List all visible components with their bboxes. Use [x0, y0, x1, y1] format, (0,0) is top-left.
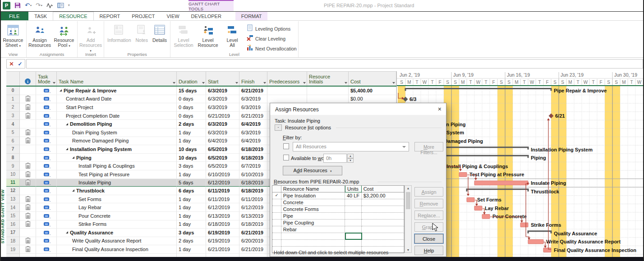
cell-name[interactable]: Set Forms	[57, 195, 177, 204]
check-cell[interactable]	[272, 220, 281, 226]
cost-cell[interactable]	[362, 226, 404, 233]
resource-name-cell[interactable]: Rebar	[281, 226, 345, 233]
tab-format[interactable]: FORMAT	[235, 12, 268, 20]
cost-cell[interactable]	[362, 206, 404, 213]
cell-mode[interactable]	[36, 212, 57, 220]
tab-task[interactable]: TASK	[28, 12, 53, 20]
cell-num[interactable]: 7	[6, 145, 20, 154]
close-button[interactable]: Close	[414, 234, 443, 243]
cell-finish[interactable]: 6/11/2019	[239, 195, 267, 204]
cell-duration[interactable]: 1 day	[177, 212, 206, 220]
app-logo-icon[interactable]: P	[3, 2, 10, 9]
cell-info[interactable]	[20, 245, 36, 254]
available-to-work-stepper[interactable]: ▲ ▼	[347, 154, 354, 163]
cell-duration[interactable]: 1 day	[177, 170, 206, 179]
cell-pred[interactable]	[267, 87, 307, 95]
resource-name-cell[interactable]: Concrete Forms	[281, 206, 345, 213]
save-icon[interactable]	[14, 2, 21, 9]
filter-checkbox[interactable]	[283, 143, 289, 149]
entry-bar-input[interactable]	[26, 59, 643, 69]
resource-name-cell[interactable]: Pipe Coupling	[281, 220, 345, 226]
cell-duration[interactable]: 0 days	[177, 112, 206, 120]
cell-mode[interactable]	[36, 128, 57, 137]
cell-name[interactable]: Thrustblock	[57, 187, 177, 195]
cell-name[interactable]: Quality Assurance	[57, 229, 177, 237]
cell-duration[interactable]: 10 days	[177, 145, 206, 154]
cell-start[interactable]: 6/10/2019	[206, 170, 239, 179]
units-cell[interactable]	[345, 213, 362, 220]
help-button[interactable]: Help	[414, 246, 443, 255]
cell-duration[interactable]: 2 days	[177, 237, 206, 246]
cell-name[interactable]: Piping	[57, 154, 177, 162]
leveling-options-button[interactable]: Leveling Options	[247, 24, 297, 33]
cell-finish[interactable]: 6/4/2019	[239, 137, 267, 146]
cell-mode[interactable]	[36, 137, 57, 146]
column-header-start[interactable]: Start	[206, 71, 239, 86]
cell-info[interactable]	[20, 112, 36, 120]
cell-num[interactable]: 12	[6, 187, 20, 195]
cell-duration[interactable]: 3 days	[177, 162, 206, 170]
cell-name[interactable]: Pour Concrete	[57, 212, 177, 220]
cell-num[interactable]: 16	[6, 220, 20, 229]
cell-info[interactable]	[20, 179, 36, 187]
cell-pred[interactable]	[267, 95, 307, 104]
tab-file[interactable]: FILE	[0, 12, 28, 20]
cell-start[interactable]: 6/19/2019	[206, 237, 239, 246]
column-header-pred[interactable]: Predecessors	[267, 71, 307, 86]
cell-duration[interactable]: 1 day	[177, 245, 206, 254]
cell-info[interactable]	[20, 195, 36, 204]
cell-num[interactable]: 17	[6, 229, 20, 237]
units-cell[interactable]	[345, 220, 362, 226]
cell-mode[interactable]	[36, 95, 57, 104]
cell-info[interactable]	[20, 187, 36, 195]
cell-info[interactable]	[20, 237, 36, 246]
selected-grid-cell[interactable]	[345, 233, 362, 240]
cell-mode[interactable]	[36, 187, 57, 195]
cell-name[interactable]: Insulate Piping	[57, 179, 177, 187]
cost-cell[interactable]	[362, 199, 404, 206]
clear-leveling-button[interactable]: Clear Leveling	[247, 34, 297, 43]
cell-start[interactable]: 6/3/2019	[206, 87, 239, 95]
check-cell[interactable]	[272, 233, 281, 240]
units-cell[interactable]: 40 LF	[345, 192, 362, 199]
cell-info[interactable]	[20, 103, 36, 112]
column-header-cost[interactable]: Cost	[349, 71, 396, 86]
cell-num[interactable]: 5	[6, 128, 20, 137]
cell-name[interactable]: Write Quality Assurance Report	[57, 237, 177, 246]
cell-num[interactable]: 14	[6, 203, 20, 212]
cell-name[interactable]: Contract Award Date	[57, 95, 177, 104]
cell-mode[interactable]	[36, 237, 57, 246]
stepper-down-icon[interactable]: ▼	[347, 158, 354, 163]
resource-list-options-toggle[interactable]: -	[275, 124, 282, 131]
cell-num[interactable]: 0	[6, 87, 20, 95]
cost-cell[interactable]	[362, 233, 404, 240]
tab-resource[interactable]: RESOURCE	[53, 12, 93, 20]
column-header-finish[interactable]: Finish	[239, 71, 267, 86]
resource-grid-row[interactable]: Pipe Coupling	[272, 220, 404, 226]
cost-cell[interactable]: $3,200.00	[362, 192, 404, 199]
cell-num[interactable]: 13	[6, 195, 20, 204]
cell-duration[interactable]: 0 days	[177, 95, 206, 104]
cell-finish[interactable]: 6/21/2019	[239, 87, 267, 95]
cell-cost[interactable]: $0.00	[349, 95, 396, 104]
cell-finish[interactable]: 6/3/2019	[239, 103, 267, 112]
cell-info[interactable]	[20, 95, 36, 104]
cell-info[interactable]	[20, 128, 36, 137]
cell-cost[interactable]: $5,400.00	[349, 87, 396, 95]
filter-combobox[interactable]: All Resources	[293, 142, 409, 151]
collapse-triangle-icon[interactable]	[72, 156, 74, 159]
table-row[interactable]: 1Contract Award Date0 days6/3/20196/3/20…	[6, 95, 396, 104]
units-cell[interactable]	[345, 226, 362, 233]
cell-name[interactable]: Install Piping & Couplings	[57, 162, 177, 170]
level-all-button[interactable]: LevelAll	[221, 22, 244, 48]
cell-info[interactable]	[20, 162, 36, 170]
cell-name[interactable]: Test Piping at Pressure	[57, 170, 177, 179]
cell-duration[interactable]: 5 days	[177, 179, 206, 187]
cancel-entry-icon[interactable]: ✕	[9, 61, 14, 67]
resource-grid-row[interactable]	[272, 240, 404, 247]
cell-num[interactable]: 10	[6, 170, 20, 179]
details-pane-icon[interactable]	[57, 3, 64, 8]
cell-start[interactable]: 6/18/2019	[206, 220, 239, 229]
cell-finish[interactable]: 6/10/2019	[239, 170, 267, 179]
tab-report[interactable]: REPORT	[94, 12, 126, 20]
